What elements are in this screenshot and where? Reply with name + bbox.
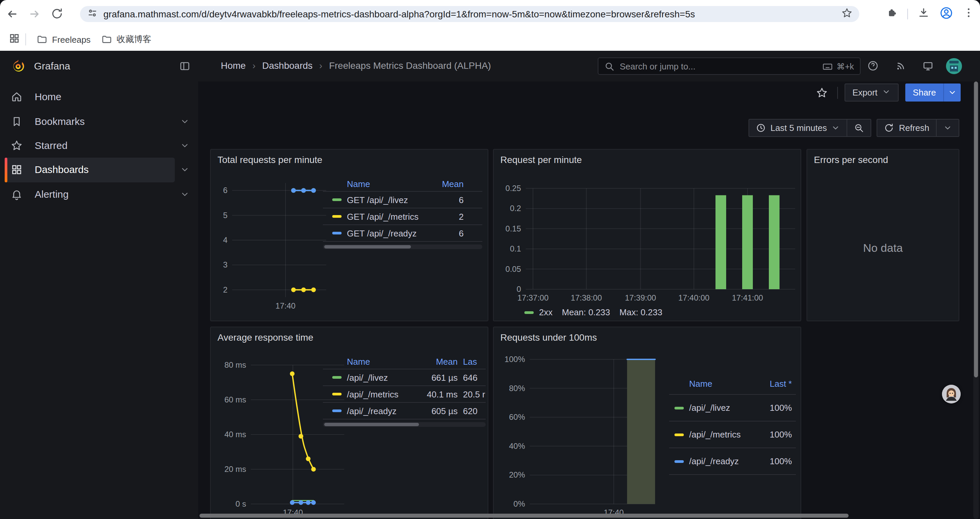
series-color-dash <box>675 460 684 463</box>
share-button[interactable]: Share <box>905 83 943 102</box>
sidebar-toggle-icon[interactable] <box>179 60 191 75</box>
legend-row: /api/_/metrics100% <box>669 422 796 448</box>
legend-series-name[interactable]: /api/_/livez <box>347 372 419 382</box>
svg-text:17:40:00: 17:40:00 <box>678 293 709 302</box>
legend-header[interactable]: Las <box>458 356 486 366</box>
legend-value: 6 <box>426 228 464 238</box>
legend-header[interactable]: Last * <box>753 378 792 388</box>
browser-toolbar: grafana.mathmast.com/d/deytv4rwavabkb/fr… <box>0 0 980 28</box>
refresh-button[interactable]: Refresh <box>878 120 936 136</box>
legend-value: 100% <box>753 403 792 413</box>
panel-title[interactable]: Request per minute <box>500 154 582 165</box>
chevron-down-icon[interactable] <box>180 165 189 177</box>
legend-header[interactable]: Name <box>347 179 426 189</box>
chevron-down-icon <box>882 87 891 98</box>
downloads-icon[interactable] <box>917 6 930 22</box>
chevron-down-icon[interactable] <box>180 117 189 129</box>
svg-text:0.2: 0.2 <box>510 204 521 213</box>
legend-value: 40.1 ms <box>419 389 458 399</box>
legend-scrollbar[interactable] <box>323 422 486 427</box>
legend-header[interactable]: Mean <box>426 179 464 189</box>
chevron-down-icon[interactable] <box>180 141 189 153</box>
vertical-scrollbar[interactable] <box>973 81 978 519</box>
search-input[interactable]: Search or jump to... ⌘+k <box>598 57 861 75</box>
chevron-down-icon[interactable] <box>180 190 189 202</box>
svg-text:2: 2 <box>223 285 228 294</box>
svg-text:3: 3 <box>223 260 228 269</box>
bookmark-folder-label: 收藏博客 <box>117 34 151 45</box>
legend-row: /api/_/metrics40.1 ms20.5 r <box>323 386 486 403</box>
legend-series-name[interactable]: 2xx <box>539 307 552 317</box>
panel-title[interactable]: Average response time <box>218 332 313 343</box>
legend-header[interactable]: Name <box>347 356 419 366</box>
sidebar-item-label: Dashboards <box>35 164 89 175</box>
breadcrumb-dashboards[interactable]: Dashboards <box>262 60 313 71</box>
assistant-avatar[interactable] <box>942 385 961 404</box>
export-button[interactable]: Export <box>844 83 899 102</box>
apps-grid-icon[interactable] <box>9 32 20 46</box>
sidebar: Home Bookmarks Starred Dashboards <box>0 81 199 519</box>
kiosk-monitor-icon[interactable] <box>922 60 934 75</box>
sidebar-item-alerting[interactable]: Alerting <box>0 182 198 207</box>
time-range-picker[interactable]: Last 5 minutes <box>749 120 847 136</box>
legend-series-name[interactable]: /api/_/readyz <box>689 456 753 466</box>
breadcrumb: Home › Dashboards › Freeleaps Metrics Da… <box>221 60 491 71</box>
series-color-dash <box>332 198 342 201</box>
panel-title[interactable]: Errors per second <box>814 154 888 165</box>
legend-header[interactable]: Name <box>689 378 753 388</box>
sidebar-item-label: Bookmarks <box>35 115 85 127</box>
legend-series-name[interactable]: GET /api/_/readyz <box>347 228 426 238</box>
legend-mean: Mean: 0.233 <box>562 307 610 317</box>
breadcrumb-home[interactable]: Home <box>221 60 246 71</box>
svg-text:0.15: 0.15 <box>505 224 521 233</box>
bookmark-folder-blogs[interactable]: 收藏博客 <box>96 31 157 48</box>
legend-series-name[interactable]: /api/_/metrics <box>689 430 753 439</box>
svg-text:40 ms: 40 ms <box>224 430 246 439</box>
help-icon[interactable] <box>867 60 878 74</box>
svg-text:0.05: 0.05 <box>505 265 521 273</box>
sidebar-item-bookmarks[interactable]: Bookmarks <box>0 110 198 134</box>
legend-series-name[interactable]: /api/_/readyz <box>347 406 419 416</box>
reload-button[interactable] <box>51 7 64 21</box>
forward-button[interactable] <box>28 7 41 21</box>
chevron-down-icon <box>948 88 957 97</box>
bookmark-folder-freeleaps[interactable]: Freeleaps <box>31 31 96 48</box>
user-avatar[interactable] <box>946 58 962 74</box>
sidebar-item-home[interactable]: Home <box>0 85 198 110</box>
legend-table: NameLast */api/_/livez100%/api/_/metrics… <box>669 373 796 475</box>
sidebar-item-starred[interactable]: Starred <box>0 134 198 158</box>
legend-series-name[interactable]: /api/_/livez <box>689 403 753 413</box>
svg-text:17:39:00: 17:39:00 <box>625 293 656 302</box>
profile-icon[interactable] <box>939 6 953 22</box>
zoom-out-button[interactable] <box>847 120 871 136</box>
grafana-logo[interactable] <box>11 59 25 73</box>
svg-text:0.25: 0.25 <box>505 184 521 193</box>
legend-series-name[interactable]: GET /api/_/metrics <box>347 211 426 222</box>
menu-kebab-icon[interactable] <box>963 7 975 21</box>
legend-series-name[interactable]: GET /api/_/livez <box>347 195 426 205</box>
svg-text:80%: 80% <box>509 384 525 393</box>
sidebar-item-dashboards[interactable]: Dashboards <box>0 158 198 182</box>
favorite-star-button[interactable] <box>813 84 830 101</box>
back-button[interactable] <box>5 7 19 21</box>
legend-value: 6 <box>426 195 464 205</box>
bookmark-star-icon[interactable] <box>841 7 853 21</box>
breadcrumb-separator: › <box>253 60 256 71</box>
panel-title[interactable]: Requests under 100ms <box>500 332 597 343</box>
legend-scrollbar[interactable] <box>323 244 482 249</box>
panel-request-per-minute: Request per minute 0.250.20.150.10.05017… <box>493 149 801 321</box>
product-name: Grafana <box>34 60 70 72</box>
chart-total-requests[interactable]: 6543217:40 <box>216 175 329 319</box>
refresh-interval-button[interactable] <box>936 120 959 136</box>
share-menu-button[interactable] <box>943 83 961 102</box>
panel-title[interactable]: Total requests per minute <box>218 154 322 165</box>
news-rss-icon[interactable] <box>895 60 907 74</box>
legend-row: /api/_/readyz100% <box>669 448 796 475</box>
extensions-icon[interactable] <box>886 7 898 21</box>
chart-request-per-minute[interactable]: 0.250.20.150.10.05017:37:0017:38:0017:39… <box>499 175 799 308</box>
legend-series-name[interactable]: /api/_/metrics <box>347 389 419 399</box>
site-settings-icon[interactable] <box>87 7 98 21</box>
legend-header[interactable]: Mean <box>419 356 458 366</box>
url-bar[interactable]: grafana.mathmast.com/d/deytv4rwavabkb/fr… <box>80 6 859 22</box>
horizontal-scrollbar[interactable] <box>199 513 973 518</box>
